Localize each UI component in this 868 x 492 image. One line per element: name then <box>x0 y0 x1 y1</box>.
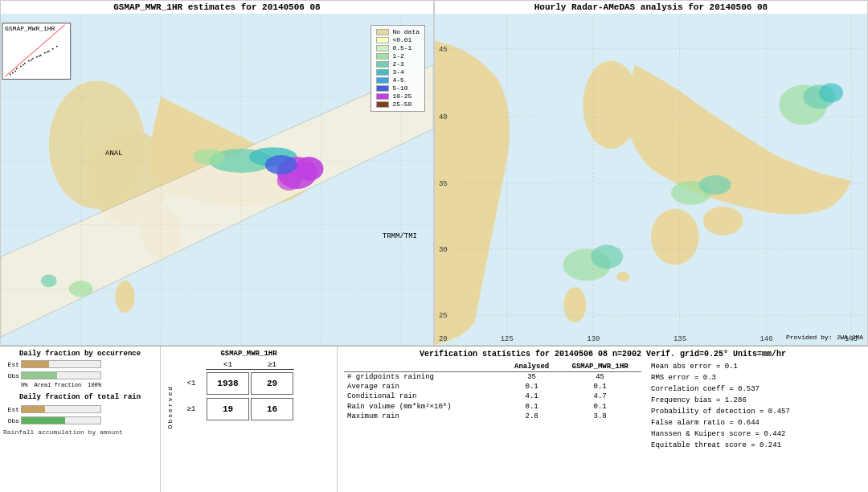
right-map-svg: 45 40 35 30 25 20 125 130 135 140 145 <box>435 1 867 345</box>
row3-analysed: 0.1 <box>505 401 559 412</box>
verif-table-wrapper: Analysed GSMAP_MWR_1HR # gridpoints rain… <box>344 362 641 452</box>
svg-point-39 <box>14 71 16 72</box>
obs-bar-fill2 <box>22 417 65 424</box>
obs-label2: Obs <box>3 417 19 424</box>
bar-chart-title1: Daily fraction by occurrence <box>3 350 157 358</box>
svg-text:130: 130 <box>587 335 600 343</box>
bar-axis1: 0% Areal fraction 100% <box>21 382 101 388</box>
row-label-lt1: <1 <box>177 379 206 387</box>
verif-row-4: Maximum rain 2.8 3.8 <box>344 412 641 421</box>
legend-row-23: 2-3 <box>376 60 420 68</box>
legend-color-23 <box>376 61 389 68</box>
legend-row-05: 0.5-1 <box>376 44 420 51</box>
svg-point-33 <box>40 55 42 56</box>
rainfall-note: Rainfall accumulation by amount <box>3 428 157 436</box>
legend-color-05 <box>376 45 389 51</box>
axis-start: 0% <box>21 382 27 388</box>
obs-bar-bg1 <box>21 371 101 379</box>
stat-false-alarm: False alarm ratio = 0.644 <box>651 418 862 429</box>
est-bar-fill2 <box>22 406 45 412</box>
legend-row-001: <0.01 <box>376 36 420 43</box>
est-label1: Est <box>3 361 19 368</box>
row0-analysed: 35 <box>505 372 559 383</box>
svg-point-52 <box>591 245 623 269</box>
svg-point-40 <box>23 64 24 66</box>
right-map-panel: Hourly Radar-AMeDAS analysis for 2014050… <box>434 0 868 346</box>
legend-label-510: 5-10 <box>392 84 407 92</box>
svg-text:40: 40 <box>439 113 448 121</box>
bar-chart-section1: Est Obs 0% Areal fraction 100% <box>3 359 157 388</box>
svg-point-57 <box>819 84 843 103</box>
cell-01: 29 <box>251 372 293 395</box>
row0-label: # gridpoints raining <box>344 372 505 383</box>
legend-label-2550: 25-50 <box>392 100 411 108</box>
obs-bar-row2: Obs <box>3 416 157 425</box>
verif-content: Analysed GSMAP_MWR_1HR # gridpoints rain… <box>344 362 862 452</box>
row3-label: Rain volume (mm*km²×10⁶) <box>344 401 505 412</box>
cell-00: 1938 <box>207 372 249 395</box>
row4-gsmap: 3.8 <box>559 412 641 421</box>
obs-bar-row1: Obs <box>3 371 157 380</box>
row2-label: Conditional rain <box>344 392 505 401</box>
legend-color-1025 <box>376 93 389 100</box>
stat-equitable: Equitable threat score = 0.241 <box>651 441 862 452</box>
legend-color-001 <box>376 37 389 43</box>
left-trmm-label: TRMM/TMI <box>383 232 417 240</box>
legend-color-34 <box>376 69 389 76</box>
row3-gsmap: 0.1 <box>559 401 641 412</box>
right-map-title: Hourly Radar-AMeDAS analysis for 2014050… <box>435 1 867 14</box>
bar-chart-title2: Daily fraction of total rain <box>3 393 157 401</box>
legend-row-34: 3-4 <box>376 68 420 76</box>
svg-point-54 <box>699 175 731 195</box>
svg-text:30: 30 <box>439 246 448 254</box>
svg-point-34 <box>44 52 46 54</box>
row2-gsmap: 4.7 <box>559 392 641 401</box>
svg-text:20: 20 <box>439 335 448 343</box>
stat-pod: Probability of detection = 0.457 <box>651 407 862 418</box>
row1-analysed: 0.1 <box>505 382 559 392</box>
cell-11: 16 <box>251 398 293 420</box>
verif-row-0: # gridpoints raining 35 45 <box>344 372 641 383</box>
bar-chart-section2: Est Obs <box>3 404 157 427</box>
left-gsmap-label: GSMAP_MWR_1HR <box>5 25 55 32</box>
legend-color-nodata <box>376 29 389 35</box>
svg-point-47 <box>651 209 699 265</box>
svg-point-32 <box>36 56 38 58</box>
svg-text:140: 140 <box>760 335 772 343</box>
contingency-table-inner: <1 ≥1 <1 1938 29 ≥1 19 16 <box>177 361 294 421</box>
left-map-panel: GSMAP_MWR_1HR estimates for 20140506 08 <box>0 0 434 346</box>
obs-label1: Obs <box>3 372 19 379</box>
verification-panel: Verification statistics for 20140506 08 … <box>338 346 868 492</box>
est-bar-bg2 <box>21 405 101 413</box>
col-h-analysed: Analysed <box>505 362 559 372</box>
svg-point-30 <box>28 60 30 62</box>
contingency-title: GSMAP_MWR_1HR <box>164 350 334 358</box>
row4-label: Maximum rain <box>344 412 505 421</box>
est-label2: Est <box>3 406 19 413</box>
stat-corr: Correlation coeff = 0.537 <box>651 384 862 396</box>
verif-row-1: Average rain 0.1 0.1 <box>344 382 641 392</box>
legend-label-34: 3-4 <box>392 68 403 76</box>
main-container: GSMAP_MWR_1HR estimates for 20140506 08 <box>0 0 868 492</box>
bottom-left-panel: Daily fraction by occurrence Est Obs 0% <box>0 346 161 492</box>
svg-point-38 <box>10 74 11 76</box>
contingency-wrapper: Observed <1 ≥1 <1 1938 29 <box>164 361 334 428</box>
svg-text:45: 45 <box>439 46 448 54</box>
legend-color-45 <box>376 77 389 84</box>
provided-by-label: Provided by: JWA/JMA <box>786 334 863 341</box>
obs-vertical-label: Observed <box>164 385 175 428</box>
left-map-title: GSMAP_MWR_1HR estimates for 20140506 08 <box>1 1 433 14</box>
verif-row-2: Conditional rain 4.1 4.7 <box>344 392 641 401</box>
svg-point-5 <box>115 281 134 313</box>
legend-label-nodata: No data <box>392 28 420 35</box>
svg-text:35: 35 <box>439 180 448 188</box>
legend-label-05: 0.5-1 <box>392 44 411 51</box>
row1-label: Average rain <box>344 382 505 392</box>
legend-row-1025: 10-25 <box>376 92 420 100</box>
row0-gsmap: 45 <box>559 372 641 383</box>
legend-row-nodata: No data <box>376 28 420 35</box>
svg-point-27 <box>16 68 18 70</box>
axis-mid: Areal fraction <box>34 382 81 388</box>
stat-mean-abs: Mean abs error = 0.1 <box>651 362 862 373</box>
svg-text:125: 125 <box>501 335 514 343</box>
